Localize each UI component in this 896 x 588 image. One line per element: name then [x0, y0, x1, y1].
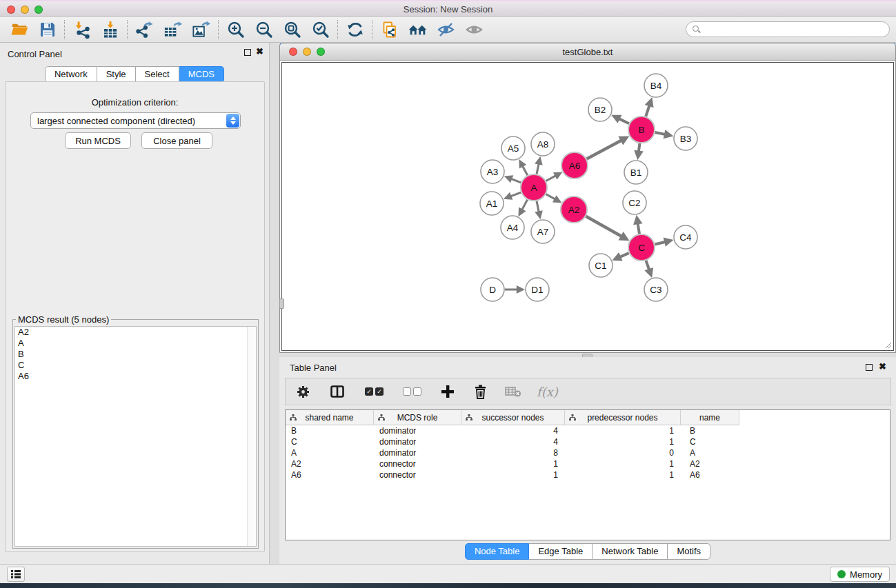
table-row[interactable]: Bdominator41B [286, 425, 890, 436]
result-item[interactable]: A2 [15, 327, 256, 338]
table-cell[interactable]: 1 [565, 469, 681, 480]
table-cell[interactable]: dominator [374, 425, 461, 436]
table-cell[interactable]: dominator [374, 447, 461, 458]
first-neighbors-icon[interactable] [408, 20, 427, 39]
tab-select[interactable]: Select [136, 66, 179, 83]
table-cell[interactable]: 1 [461, 469, 565, 480]
result-scrollbar[interactable] [247, 327, 256, 546]
task-history-button[interactable] [7, 567, 25, 582]
table-cell[interactable]: 8 [461, 447, 565, 458]
graph-edge-B-B4[interactable] [646, 105, 650, 116]
column-layout-icon[interactable] [330, 385, 344, 398]
run-mcds-button[interactable]: Run MCDS [65, 132, 131, 149]
table-cell[interactable]: A [286, 447, 374, 458]
graph-edge-A-A2[interactable] [546, 194, 556, 200]
graph-edge-A2-C[interactable] [586, 216, 621, 236]
graph-edge-A-A3[interactable] [510, 179, 521, 183]
vertical-scrollbar-thumb[interactable] [279, 298, 284, 309]
graph-edge-A-A7[interactable] [537, 201, 539, 213]
mcds-result-list[interactable]: A2ABCA6 [14, 326, 257, 547]
graph-edge-A-A6[interactable] [546, 175, 557, 181]
import-network-icon[interactable] [72, 20, 91, 39]
table-row[interactable]: Adominator80A [286, 447, 890, 458]
tab-network-table[interactable]: Network Table [593, 543, 668, 560]
table-cell[interactable]: A6 [286, 469, 374, 480]
table-cell[interactable]: B [286, 425, 374, 436]
table-row[interactable]: A2connector11A2 [286, 458, 890, 469]
criterion-dropdown[interactable]: largest connected component (directed) [30, 112, 241, 129]
zoom-out-icon[interactable] [255, 20, 273, 39]
settings-gear-icon[interactable] [297, 385, 310, 398]
tab-mcds[interactable]: MCDS [179, 66, 224, 83]
column-header-successor-nodes[interactable]: successor nodes [461, 410, 565, 425]
table-cell[interactable]: connector [374, 458, 461, 469]
search-box[interactable] [686, 21, 890, 37]
resize-grip-icon[interactable] [884, 341, 892, 349]
tab-style[interactable]: Style [97, 66, 136, 83]
graph-edge-B-B2[interactable] [619, 119, 629, 123]
tab-network[interactable]: Network [45, 66, 97, 83]
select-all-icon[interactable]: ✓✓ [365, 387, 384, 396]
apply-layout-icon[interactable] [346, 20, 364, 39]
open-file-icon[interactable] [10, 20, 28, 39]
tab-edge-table[interactable]: Edge Table [529, 543, 593, 560]
zoom-fit-icon[interactable] [283, 20, 301, 39]
export-image-icon[interactable] [192, 20, 210, 39]
tab-motifs[interactable]: Motifs [668, 543, 710, 560]
delete-column-icon[interactable] [474, 385, 487, 399]
result-item[interactable]: C [15, 360, 256, 371]
result-item[interactable]: B [15, 349, 256, 360]
table-cell[interactable]: A2 [286, 458, 374, 469]
graph-edge-C-C4[interactable] [655, 242, 666, 245]
table-cell[interactable]: A [681, 447, 739, 458]
result-item[interactable]: A6 [15, 371, 256, 382]
table-cell[interactable]: connector [374, 469, 461, 480]
graph-edge-A6-B[interactable] [587, 140, 622, 159]
close-panel-button[interactable]: Close panel [141, 132, 212, 149]
table-row[interactable]: A6connector11A6 [286, 469, 890, 480]
table-cell[interactable]: 0 [565, 447, 681, 458]
export-network-icon[interactable] [135, 20, 154, 39]
graph-edge-A-A5[interactable] [522, 165, 528, 175]
float-panel-icon[interactable] [244, 49, 251, 56]
search-input[interactable] [701, 23, 889, 36]
show-all-icon[interactable] [465, 20, 484, 39]
result-item[interactable]: A [15, 338, 256, 349]
graph-edge-C-C1[interactable] [619, 253, 629, 257]
table-cell[interactable]: C [286, 436, 374, 447]
table-cell[interactable]: 4 [461, 425, 565, 436]
save-session-icon[interactable] [38, 20, 57, 39]
graph-edge-A-A8[interactable] [537, 163, 539, 174]
table-cell[interactable]: 1 [565, 425, 681, 436]
table-cell[interactable]: A6 [681, 469, 739, 480]
close-table-panel-icon[interactable]: ✖ [879, 361, 886, 372]
graph-edge-C-C3[interactable] [646, 261, 650, 270]
table-cell[interactable]: C [681, 436, 739, 447]
graph-edge-A-A4[interactable] [521, 200, 527, 210]
float-table-panel-icon[interactable] [866, 364, 873, 371]
table-cell[interactable]: B [681, 425, 739, 436]
network-canvas[interactable]: AA1A2A3A4A5A6A7A8BB1B2B3B4CC1C2C3C4DD1 [281, 62, 894, 351]
zoom-in-icon[interactable] [226, 20, 245, 39]
import-table-icon[interactable] [101, 20, 119, 39]
memory-button[interactable]: Memory [830, 567, 890, 582]
graph-edge-A-A1[interactable] [510, 192, 521, 196]
table-cell[interactable]: 4 [461, 436, 565, 447]
column-header-predecessor-nodes[interactable]: predecessor nodes [565, 410, 681, 425]
table-cell[interactable]: 1 [565, 458, 681, 469]
table-cell[interactable]: dominator [374, 436, 461, 447]
graph-edge-C-C2[interactable] [638, 223, 639, 234]
table-cell[interactable]: 1 [565, 436, 681, 447]
deselect-all-icon[interactable] [403, 387, 421, 396]
graph-edge-B-B3[interactable] [655, 132, 666, 134]
close-panel-icon[interactable]: ✖ [256, 46, 263, 57]
table-cell[interactable]: 1 [461, 458, 565, 469]
copy-network-icon[interactable] [380, 20, 399, 39]
hide-selected-icon[interactable] [437, 20, 455, 39]
add-column-icon[interactable] [441, 385, 455, 398]
column-header-MCDS-role[interactable]: MCDS role [374, 410, 461, 425]
column-header-shared-name[interactable]: shared name [286, 410, 374, 425]
zoom-selected-icon[interactable] [311, 20, 330, 39]
tab-node-table[interactable]: Node Table [465, 543, 530, 560]
table-row[interactable]: Cdominator41C [286, 436, 890, 447]
